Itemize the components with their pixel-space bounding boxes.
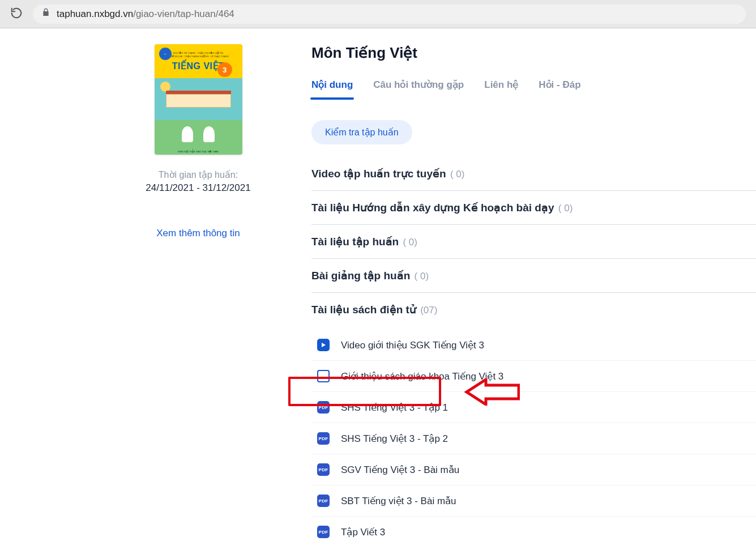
pdf-icon: PDF — [317, 495, 330, 507]
video-play-icon — [317, 339, 330, 351]
url-text: taphuan.nxbgd.vn/giao-vien/tap-huan/464 — [57, 8, 234, 20]
lock-icon — [42, 8, 50, 20]
doc-label: Video giới thiệu SGK Tiếng Việt 3 — [341, 339, 484, 351]
doc-item-sgv[interactable]: PDF SGV Tiếng Việt 3 - Bài mẫu — [311, 454, 756, 485]
browser-toolbar: taphuan.nxbgd.vn/giao-vien/tap-huan/464 — [0, 0, 756, 28]
pdf-icon: PDF — [317, 463, 330, 476]
section-title: Bài giảng tập huấn — [311, 270, 410, 282]
section-sach-dien-tu[interactable]: Tài liệu sách điện tử (07) — [311, 293, 756, 326]
kid-illustration — [182, 126, 193, 142]
doc-label: Giới thiệu sách giáo khoa Tiếng Việt 3 — [341, 370, 503, 382]
section-count: ( 0) — [450, 169, 465, 180]
training-time-label: Thời gian tập huấn: — [159, 169, 238, 180]
address-bar[interactable]: taphuan.nxbgd.vn/giao-vien/tap-huan/464 — [33, 5, 746, 24]
doc-label: SGV Tiếng Việt 3 - Bài mẫu — [341, 464, 459, 476]
document-list: Video giới thiệu SGK Tiếng Việt 3 Giới t… — [311, 330, 756, 547]
more-info-link[interactable]: Xem thêm thông tin — [156, 228, 240, 239]
doc-label: SHS Tiếng Việt 3 - Tập 1 — [341, 402, 448, 414]
section-huong-dan[interactable]: Tài liệu Hướng dẫn xây dựng Kế hoạch bài… — [311, 191, 756, 225]
section-tai-lieu[interactable]: Tài liệu tập huấn ( 0) — [311, 225, 756, 259]
main-content: Môn Tiếng Việt Nội dung Câu hỏi thường g… — [311, 44, 756, 547]
pdf-icon: PDF — [317, 401, 330, 414]
reload-icon[interactable] — [10, 7, 23, 22]
doc-item-shs-tap1[interactable]: PDF SHS Tiếng Việt 3 - Tập 1 — [311, 392, 756, 423]
school-building — [166, 94, 231, 108]
kid-illustration — [203, 126, 215, 142]
page-title: Môn Tiếng Việt — [311, 44, 756, 62]
book-publisher: NHÀ XUẤT BẢN GIÁO DỤC VIỆT NAM — [155, 150, 242, 153]
book-grade: 3 — [217, 62, 232, 77]
doc-item-tap-viet[interactable]: PDF Tập Viết 3 — [311, 517, 756, 547]
training-time-value: 24/11/2021 - 31/12/2021 — [146, 182, 250, 194]
section-title: Video tập huấn trực tuyến — [311, 168, 446, 180]
tab-hoi-dap[interactable]: Hỏi - Đáp — [539, 79, 580, 99]
section-count: ( 0) — [403, 237, 417, 248]
tabs: Nội dung Câu hỏi thường gặp Liên hệ Hỏi … — [311, 79, 756, 100]
tab-cau-hoi[interactable]: Câu hỏi thường gặp — [373, 79, 464, 99]
url-path: /giao-vien/tap-huan/464 — [133, 8, 234, 19]
tab-lien-he[interactable]: Liên hệ — [484, 79, 518, 99]
section-bai-giang[interactable]: Bài giảng tập huấn ( 0) — [311, 259, 756, 293]
section-count: ( 0) — [558, 203, 573, 214]
url-domain: taphuan.nxbgd.vn — [57, 8, 133, 19]
doc-item-video-intro[interactable]: Video giới thiệu SGK Tiếng Việt 3 — [311, 330, 756, 361]
book-authors: NGUYỄN THỊ THANH · TRẦN THỊ HIỀN LƯƠNGTR… — [168, 52, 229, 58]
doc-item-slide-intro[interactable]: Giới thiệu sách giáo khoa Tiếng Việt 3 — [311, 361, 756, 392]
publisher-logo-icon: ~ — [159, 48, 172, 60]
doc-item-shs-tap2[interactable]: PDF SHS Tiếng Việt 3 - Tập 2 — [311, 423, 756, 454]
section-count: (07) — [420, 305, 437, 316]
section-title: Tài liệu sách điện tử — [311, 304, 416, 316]
left-panel: ~ NGUYỄN THỊ THANH · TRẦN THỊ HIỀN LƯƠNG… — [119, 44, 277, 547]
section-title: Tài liệu tập huấn — [311, 236, 399, 248]
book-cover[interactable]: ~ NGUYỄN THỊ THANH · TRẦN THỊ HIỀN LƯƠNG… — [155, 44, 242, 155]
section-title: Tài liệu Hướng dẫn xây dựng Kế hoạch bài… — [311, 202, 554, 214]
section-video[interactable]: Video tập huấn trực tuyến ( 0) — [311, 157, 756, 191]
doc-label: SHS Tiếng Việt 3 - Tập 2 — [341, 433, 448, 445]
doc-label: Tập Viết 3 — [341, 526, 385, 538]
check-training-button[interactable]: Kiểm tra tập huấn — [311, 120, 412, 144]
pdf-icon: PDF — [317, 526, 330, 538]
doc-label: SBT Tiếng việt 3 - Bài mẫu — [341, 495, 456, 507]
tab-noi-dung[interactable]: Nội dung — [311, 79, 353, 99]
section-count: ( 0) — [415, 271, 429, 282]
svg-marker-0 — [322, 343, 326, 347]
pdf-icon: PDF — [317, 432, 330, 445]
slide-icon — [317, 370, 330, 382]
book-title: TIẾNG VIỆT — [172, 61, 225, 71]
doc-item-sbt[interactable]: PDF SBT Tiếng việt 3 - Bài mẫu — [311, 485, 756, 517]
